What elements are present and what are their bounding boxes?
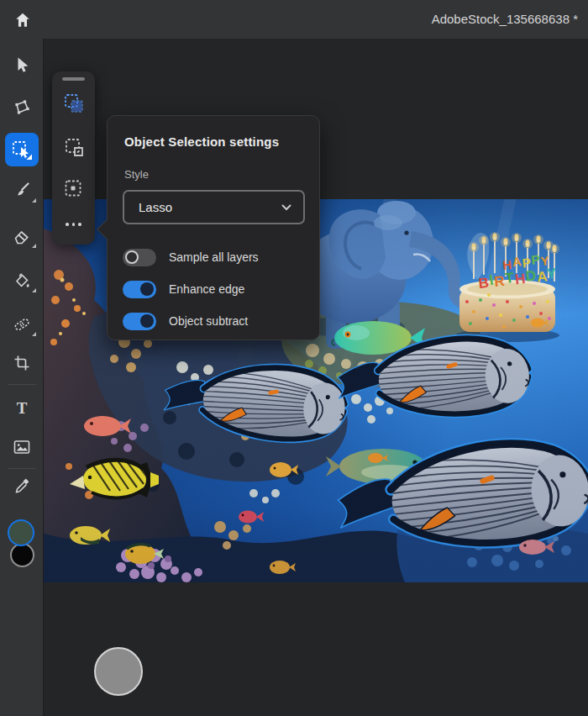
document-title: AdobeStock_135668638 *: [432, 0, 578, 39]
eyedropper-tool-button[interactable]: [0, 467, 44, 504]
toggle-row-enhance-edge: Enhance edge: [123, 280, 307, 298]
home-icon: [13, 11, 32, 29]
type-glyph: T: [17, 399, 28, 417]
lasso-tool-button[interactable]: [0, 89, 44, 126]
tool-bar: T: [0, 39, 44, 716]
style-label: Style: [124, 168, 149, 181]
flyout-indicator: [32, 244, 36, 248]
enhance-edge-toggle[interactable]: [123, 281, 156, 298]
chevron-down-icon: [281, 204, 291, 211]
select-subject-icon: [62, 177, 86, 201]
popup-title: Object Selection settings: [124, 134, 279, 149]
image-icon: [12, 437, 32, 457]
sample-all-layers-toggle[interactable]: [123, 249, 156, 266]
flyout-indicator: [32, 198, 36, 203]
object-selection-settings-popup: Object Selection settings Style Lasso Sa…: [107, 115, 320, 340]
type-tool-button[interactable]: T: [0, 389, 44, 426]
object-selection-tool-button[interactable]: [5, 133, 39, 166]
paint-bucket-icon: [12, 271, 32, 291]
type-icon: T: [12, 397, 32, 418]
flyout-quick-selection[interactable]: [52, 130, 95, 164]
object-selection-icon: [10, 138, 34, 161]
flyout-indicator: [32, 332, 36, 336]
toggle-label: Enhance edge: [169, 282, 244, 296]
quick-selection-icon: [62, 135, 86, 159]
home-button[interactable]: [10, 8, 35, 33]
style-dropdown[interactable]: Lasso: [123, 190, 305, 224]
flyout-object-selection[interactable]: [52, 87, 95, 120]
eyedropper-icon: [12, 476, 32, 496]
flyout-select-subject[interactable]: [52, 172, 95, 206]
brush-tool-button[interactable]: [0, 172, 44, 209]
brush-icon: [12, 181, 32, 201]
flyout-drag-handle[interactable]: [62, 77, 85, 81]
eraser-tool-button[interactable]: [0, 218, 44, 255]
style-dropdown-value: Lasso: [139, 200, 281, 214]
crop-tool-button[interactable]: [0, 345, 44, 382]
brush-size-cursor[interactable]: [94, 647, 143, 696]
toggle-label: Object subtract: [169, 314, 248, 328]
crop-icon: [12, 353, 32, 373]
cursor-arrow-icon: [12, 55, 32, 75]
move-tool-button[interactable]: [0, 46, 44, 83]
lasso-icon: [12, 97, 32, 118]
selection-tool-flyout: [52, 71, 95, 245]
toggle-row-sample-all-layers: Sample all layers: [123, 248, 307, 266]
eraser-icon: [12, 226, 32, 246]
flyout-more-options[interactable]: [52, 208, 95, 241]
toggle-row-object-subtract: Object subtract: [123, 312, 307, 330]
foreground-color-swatch[interactable]: [8, 519, 34, 546]
background-color-swatch[interactable]: [10, 543, 34, 567]
bandage-icon: [12, 314, 32, 334]
fill-tool-button[interactable]: [0, 262, 44, 299]
app-top-bar: AdobeStock_135668638 *: [0, 0, 588, 39]
place-image-tool-button[interactable]: [0, 429, 44, 466]
heal-tool-button[interactable]: [0, 306, 44, 343]
toolbar-divider: [8, 384, 36, 385]
object-selection-icon: [62, 92, 86, 115]
more-dots-icon: [66, 223, 81, 226]
object-subtract-toggle[interactable]: [123, 313, 156, 330]
toggle-label: Sample all layers: [169, 250, 259, 264]
flyout-indicator: [32, 288, 36, 292]
